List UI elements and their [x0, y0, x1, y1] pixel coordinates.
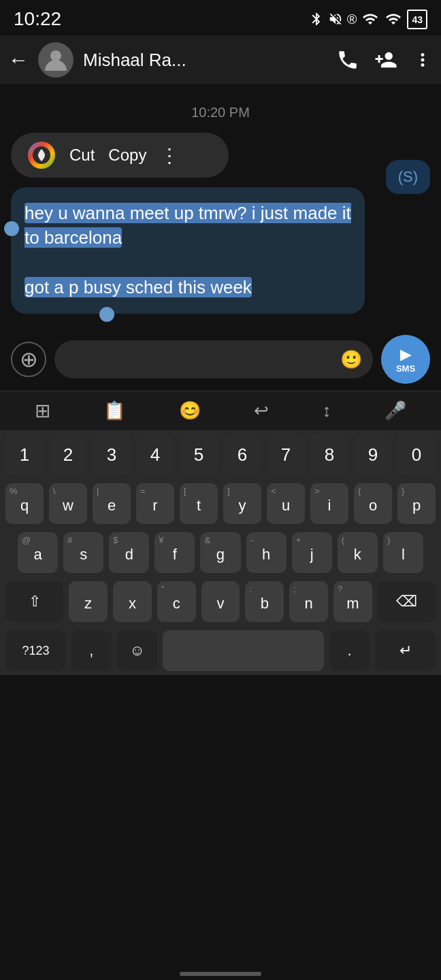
- key-7[interactable]: 7: [267, 434, 305, 475]
- key-z[interactable]: z: [69, 581, 108, 622]
- add-icon: ⊕: [20, 346, 38, 372]
- selected-message-text-2: got a p busy sched this week: [24, 277, 252, 297]
- key-e[interactable]: |e: [93, 483, 131, 524]
- key-f[interactable]: ¥f: [154, 532, 195, 573]
- add-contact-button[interactable]: [374, 48, 397, 71]
- cut-button[interactable]: Cut: [69, 146, 95, 165]
- key-n[interactable]: ;n: [289, 581, 328, 622]
- shift-button[interactable]: ⇧: [5, 581, 63, 622]
- key-r[interactable]: =r: [136, 483, 174, 524]
- message-bubble-wrapper: hey u wanna meet up tmrw? i just made it…: [11, 187, 430, 314]
- key-q[interactable]: %q: [5, 483, 44, 524]
- keyboard-toolbar-apps[interactable]: ⊞: [35, 399, 50, 422]
- keyboard-toolbar-mic[interactable]: 🎤: [385, 400, 406, 421]
- message-timestamp: 10:20 PM: [191, 105, 250, 120]
- selection-handle-left[interactable]: [4, 221, 19, 236]
- sms-send-label: SMS: [396, 363, 415, 374]
- key-8[interactable]: 8: [310, 434, 348, 475]
- numeric-mode-button[interactable]: ?123: [5, 630, 66, 671]
- keyboard-toolbar-cursor[interactable]: ↕: [322, 400, 331, 421]
- key-m[interactable]: ?m: [333, 581, 372, 622]
- copy-button[interactable]: Copy: [108, 146, 146, 165]
- ai-icon[interactable]: [27, 141, 56, 169]
- emoji-keyboard-button[interactable]: ☺: [117, 630, 157, 671]
- key-g[interactable]: &g: [200, 532, 240, 573]
- key-2[interactable]: 2: [49, 434, 87, 475]
- volume-off-icon: [328, 10, 343, 29]
- signal-icon: [361, 11, 380, 27]
- key-u[interactable]: <u: [267, 483, 305, 524]
- selection-handle-right[interactable]: [99, 307, 114, 322]
- key-4[interactable]: 4: [136, 434, 174, 475]
- back-button[interactable]: ←: [8, 48, 29, 71]
- keyboard-toolbar-emoji[interactable]: 😊: [179, 400, 201, 421]
- status-bar: 10:22 ® 43: [0, 0, 441, 35]
- context-menu-toolbar: Cut Copy ⋮: [11, 133, 229, 178]
- add-attachment-button[interactable]: ⊕: [11, 342, 46, 377]
- key-l[interactable]: )l: [383, 532, 423, 573]
- enter-key[interactable]: ↵: [375, 630, 436, 671]
- key-s[interactable]: #s: [63, 532, 103, 573]
- send-arrow-icon: ▶: [400, 346, 412, 363]
- avatar: [38, 42, 74, 78]
- key-9[interactable]: 9: [354, 434, 392, 475]
- bottom-row: ?123 , ☺ . ↵: [0, 626, 441, 675]
- zxcv-row: ⇧ z x "c v :b ;n ?m ⌫: [0, 577, 441, 626]
- key-c[interactable]: "c: [157, 581, 196, 622]
- key-a[interactable]: @a: [18, 532, 58, 573]
- header-actions: [336, 48, 433, 71]
- sms-send-button[interactable]: ▶ SMS: [381, 335, 430, 384]
- key-0[interactable]: 0: [397, 434, 436, 475]
- keyboard-toolbar: ⊞ 📋 😊 ↩ ↕ 🎤: [0, 391, 441, 430]
- battery-level: 43: [412, 14, 423, 25]
- key-comma[interactable]: ,: [71, 630, 112, 671]
- registered-icon: ®: [347, 12, 357, 27]
- key-o[interactable]: {o: [354, 483, 392, 524]
- qwerty-row: %q \w |e =r [t ]y <u >i {o }p: [0, 479, 441, 528]
- selected-message-text: hey u wanna meet up tmrw? i just made it…: [24, 203, 351, 248]
- chat-area: 10:20 PM: [0, 84, 441, 391]
- battery-icon: 43: [407, 10, 427, 29]
- chat-header: ← Mishaal Ra...: [0, 35, 441, 84]
- key-t[interactable]: [t: [180, 483, 218, 524]
- key-b[interactable]: :b: [245, 581, 284, 622]
- wifi-icon: [384, 11, 403, 27]
- key-x[interactable]: x: [113, 581, 152, 622]
- keyboard-toolbar-undo[interactable]: ↩: [254, 400, 269, 421]
- key-i[interactable]: >i: [310, 483, 348, 524]
- numbers-row: 1 2 3 4 5 6 7 8 9 0: [0, 430, 441, 479]
- more-text-options-button[interactable]: ⋮: [160, 144, 179, 167]
- keyboard-toolbar-clipboard[interactable]: 📋: [103, 400, 125, 421]
- status-time: 10:22: [14, 8, 61, 30]
- key-v[interactable]: v: [201, 581, 240, 622]
- key-j[interactable]: +j: [292, 532, 332, 573]
- more-options-button[interactable]: [412, 48, 433, 71]
- key-5[interactable]: 5: [180, 434, 218, 475]
- emoji-button[interactable]: 🙂: [340, 349, 362, 370]
- space-key[interactable]: [163, 630, 324, 671]
- key-1[interactable]: 1: [5, 434, 44, 475]
- status-icons: ® 43: [309, 10, 427, 29]
- call-button[interactable]: [336, 48, 359, 71]
- key-y[interactable]: ]y: [223, 483, 261, 524]
- keyboard: 1 2 3 4 5 6 7 8 9 0 %q \w |e =r [t ]y <u…: [0, 430, 441, 675]
- key-6[interactable]: 6: [223, 434, 261, 475]
- message-bubble[interactable]: hey u wanna meet up tmrw? i just made it…: [11, 187, 365, 314]
- bluetooth-icon: [309, 10, 324, 29]
- svg-point-0: [50, 50, 61, 61]
- key-d[interactable]: $d: [109, 532, 149, 573]
- message-input[interactable]: 🙂: [54, 340, 373, 378]
- key-h[interactable]: -h: [246, 532, 287, 573]
- contact-name: Mishaal Ra...: [83, 50, 336, 71]
- key-period[interactable]: .: [329, 630, 370, 671]
- nav-pill: [180, 972, 261, 976]
- key-p[interactable]: }p: [397, 483, 436, 524]
- key-w[interactable]: \w: [49, 483, 87, 524]
- key-3[interactable]: 3: [93, 434, 131, 475]
- asdf-row: @a #s $d ¥f &g -h +j (k )l: [0, 528, 441, 577]
- backspace-button[interactable]: ⌫: [378, 581, 436, 622]
- key-k[interactable]: (k: [338, 532, 378, 573]
